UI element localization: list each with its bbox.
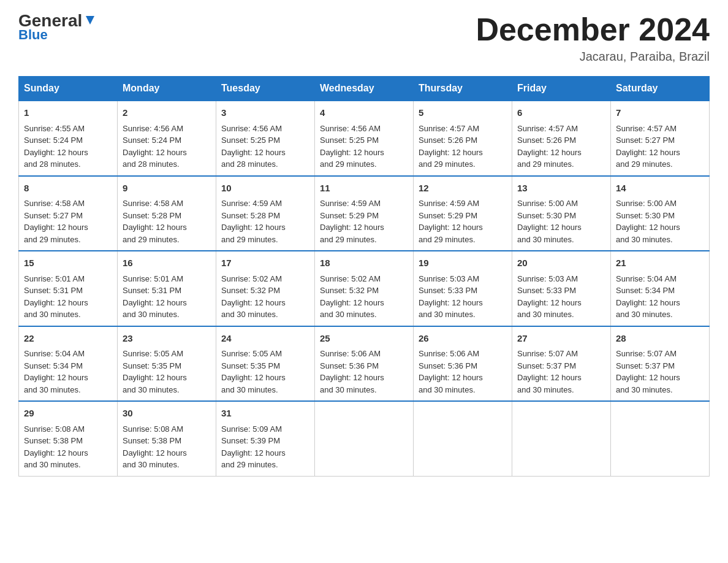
- calendar-cell: 15 Sunrise: 5:01 AMSunset: 5:31 PMDaylig…: [19, 251, 118, 326]
- day-info: Sunrise: 5:09 AMSunset: 5:39 PMDaylight:…: [221, 424, 286, 470]
- day-info: Sunrise: 4:56 AMSunset: 5:25 PMDaylight:…: [221, 124, 286, 169]
- calendar-cell: 3 Sunrise: 4:56 AMSunset: 5:25 PMDayligh…: [216, 101, 315, 176]
- calendar-table: SundayMondayTuesdayWednesdayThursdayFrid…: [18, 76, 710, 477]
- day-number: 13: [517, 182, 605, 196]
- calendar-cell: 27 Sunrise: 5:07 AMSunset: 5:37 PMDaylig…: [512, 326, 611, 402]
- day-info: Sunrise: 5:08 AMSunset: 5:38 PMDaylight:…: [123, 424, 187, 470]
- day-info: Sunrise: 4:59 AMSunset: 5:29 PMDaylight:…: [419, 199, 483, 244]
- calendar-cell: 12 Sunrise: 4:59 AMSunset: 5:29 PMDaylig…: [414, 176, 512, 251]
- day-of-week-saturday: Saturday: [611, 77, 710, 101]
- calendar-cell: 31 Sunrise: 5:09 AMSunset: 5:39 PMDaylig…: [216, 401, 315, 476]
- day-number: 24: [221, 332, 309, 346]
- calendar-cell: [611, 401, 710, 476]
- calendar-week-row: 1 Sunrise: 4:55 AMSunset: 5:24 PMDayligh…: [19, 101, 710, 176]
- day-number: 26: [419, 332, 507, 346]
- day-number: 11: [320, 182, 408, 196]
- day-number: 16: [123, 256, 211, 270]
- day-info: Sunrise: 5:05 AMSunset: 5:35 PMDaylight:…: [221, 349, 286, 394]
- day-info: Sunrise: 5:04 AMSunset: 5:34 PMDaylight:…: [616, 274, 680, 320]
- day-number: 10: [221, 182, 309, 196]
- calendar-cell: 24 Sunrise: 5:05 AMSunset: 5:35 PMDaylig…: [216, 326, 315, 402]
- day-number: 31: [221, 407, 309, 421]
- calendar-cell: 7 Sunrise: 4:57 AMSunset: 5:27 PMDayligh…: [611, 101, 710, 176]
- day-info: Sunrise: 4:55 AMSunset: 5:24 PMDaylight:…: [24, 124, 88, 169]
- day-info: Sunrise: 4:57 AMSunset: 5:26 PMDaylight:…: [419, 124, 483, 169]
- day-number: 25: [320, 332, 408, 346]
- day-number: 17: [221, 256, 309, 270]
- calendar-cell: 6 Sunrise: 4:57 AMSunset: 5:26 PMDayligh…: [512, 101, 611, 176]
- day-info: Sunrise: 5:06 AMSunset: 5:36 PMDaylight:…: [320, 349, 384, 394]
- calendar-header-row: SundayMondayTuesdayWednesdayThursdayFrid…: [19, 77, 710, 101]
- day-info: Sunrise: 4:57 AMSunset: 5:27 PMDaylight:…: [616, 124, 680, 169]
- day-info: Sunrise: 5:01 AMSunset: 5:31 PMDaylight:…: [123, 274, 187, 320]
- calendar-cell: 16 Sunrise: 5:01 AMSunset: 5:31 PMDaylig…: [118, 251, 216, 326]
- day-number: 5: [419, 106, 507, 120]
- day-number: 18: [320, 256, 408, 270]
- day-info: Sunrise: 4:58 AMSunset: 5:28 PMDaylight:…: [123, 199, 187, 244]
- day-number: 1: [24, 106, 112, 120]
- svg-marker-0: [86, 16, 94, 25]
- day-info: Sunrise: 5:05 AMSunset: 5:35 PMDaylight:…: [123, 349, 187, 394]
- calendar-week-row: 15 Sunrise: 5:01 AMSunset: 5:31 PMDaylig…: [19, 251, 710, 326]
- day-info: Sunrise: 5:04 AMSunset: 5:34 PMDaylight:…: [24, 349, 88, 394]
- day-number: 30: [123, 407, 211, 421]
- day-info: Sunrise: 5:06 AMSunset: 5:36 PMDaylight:…: [419, 349, 483, 394]
- day-number: 20: [517, 256, 605, 270]
- location: Jacarau, Paraiba, Brazil: [476, 50, 710, 64]
- day-number: 14: [616, 182, 704, 196]
- calendar-cell: 25 Sunrise: 5:06 AMSunset: 5:36 PMDaylig…: [315, 326, 414, 402]
- day-of-week-friday: Friday: [512, 77, 611, 101]
- day-info: Sunrise: 5:03 AMSunset: 5:33 PMDaylight:…: [517, 274, 582, 320]
- calendar-week-row: 29 Sunrise: 5:08 AMSunset: 5:38 PMDaylig…: [19, 401, 710, 476]
- page-header: General Blue December 2024 Jacarau, Para…: [18, 12, 710, 64]
- logo-blue: Blue: [18, 27, 48, 43]
- day-number: 27: [517, 332, 605, 346]
- day-of-week-sunday: Sunday: [19, 77, 118, 101]
- day-number: 23: [123, 332, 211, 346]
- calendar-cell: 20 Sunrise: 5:03 AMSunset: 5:33 PMDaylig…: [512, 251, 611, 326]
- calendar-cell: 23 Sunrise: 5:05 AMSunset: 5:35 PMDaylig…: [118, 326, 216, 402]
- day-info: Sunrise: 5:01 AMSunset: 5:31 PMDaylight:…: [24, 274, 88, 320]
- day-info: Sunrise: 4:57 AMSunset: 5:26 PMDaylight:…: [517, 124, 582, 169]
- day-number: 9: [123, 182, 211, 196]
- day-info: Sunrise: 5:00 AMSunset: 5:30 PMDaylight:…: [517, 199, 582, 244]
- calendar-cell: 17 Sunrise: 5:02 AMSunset: 5:32 PMDaylig…: [216, 251, 315, 326]
- calendar-cell: 1 Sunrise: 4:55 AMSunset: 5:24 PMDayligh…: [19, 101, 118, 176]
- day-info: Sunrise: 5:02 AMSunset: 5:32 PMDaylight:…: [320, 274, 384, 320]
- title-block: December 2024 Jacarau, Paraiba, Brazil: [476, 12, 710, 64]
- day-of-week-wednesday: Wednesday: [315, 77, 414, 101]
- calendar-week-row: 22 Sunrise: 5:04 AMSunset: 5:34 PMDaylig…: [19, 326, 710, 402]
- calendar-cell: 13 Sunrise: 5:00 AMSunset: 5:30 PMDaylig…: [512, 176, 611, 251]
- logo-arrow-icon: [83, 13, 97, 27]
- calendar-cell: 22 Sunrise: 5:04 AMSunset: 5:34 PMDaylig…: [19, 326, 118, 402]
- day-number: 22: [24, 332, 112, 346]
- day-info: Sunrise: 4:56 AMSunset: 5:24 PMDaylight:…: [123, 124, 187, 169]
- day-number: 8: [24, 182, 112, 196]
- day-number: 29: [24, 407, 112, 421]
- calendar-cell: [414, 401, 512, 476]
- calendar-cell: 8 Sunrise: 4:58 AMSunset: 5:27 PMDayligh…: [19, 176, 118, 251]
- calendar-cell: 4 Sunrise: 4:56 AMSunset: 5:25 PMDayligh…: [315, 101, 414, 176]
- calendar-cell: 2 Sunrise: 4:56 AMSunset: 5:24 PMDayligh…: [118, 101, 216, 176]
- day-info: Sunrise: 5:02 AMSunset: 5:32 PMDaylight:…: [221, 274, 286, 320]
- day-number: 3: [221, 106, 309, 120]
- day-info: Sunrise: 4:59 AMSunset: 5:28 PMDaylight:…: [221, 199, 286, 244]
- day-info: Sunrise: 5:07 AMSunset: 5:37 PMDaylight:…: [616, 349, 680, 394]
- calendar-cell: 10 Sunrise: 4:59 AMSunset: 5:28 PMDaylig…: [216, 176, 315, 251]
- calendar-cell: 19 Sunrise: 5:03 AMSunset: 5:33 PMDaylig…: [414, 251, 512, 326]
- calendar-cell: 5 Sunrise: 4:57 AMSunset: 5:26 PMDayligh…: [414, 101, 512, 176]
- day-number: 12: [419, 182, 507, 196]
- day-number: 7: [616, 106, 704, 120]
- day-of-week-monday: Monday: [118, 77, 216, 101]
- logo: General Blue: [18, 12, 97, 43]
- day-info: Sunrise: 4:58 AMSunset: 5:27 PMDaylight:…: [24, 199, 88, 244]
- day-number: 4: [320, 106, 408, 120]
- calendar-cell: 29 Sunrise: 5:08 AMSunset: 5:38 PMDaylig…: [19, 401, 118, 476]
- day-number: 2: [123, 106, 211, 120]
- day-number: 19: [419, 256, 507, 270]
- day-info: Sunrise: 4:59 AMSunset: 5:29 PMDaylight:…: [320, 199, 384, 244]
- calendar-cell: 26 Sunrise: 5:06 AMSunset: 5:36 PMDaylig…: [414, 326, 512, 402]
- day-info: Sunrise: 5:08 AMSunset: 5:38 PMDaylight:…: [24, 424, 88, 470]
- day-number: 6: [517, 106, 605, 120]
- calendar-cell: 11 Sunrise: 4:59 AMSunset: 5:29 PMDaylig…: [315, 176, 414, 251]
